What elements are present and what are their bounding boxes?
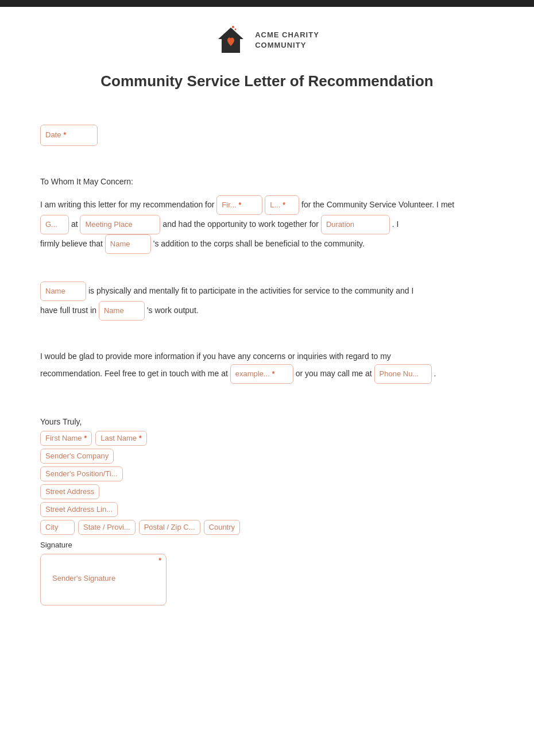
signature-placeholder: Sender's Signature: [52, 574, 115, 583]
page-title: Community Service Letter of Recommendati…: [100, 72, 433, 90]
sender-name-row: First Name * Last Name *: [40, 431, 494, 446]
signature-required: *: [158, 557, 161, 565]
date-field[interactable]: Date *: [40, 125, 98, 146]
logo-icon: [215, 24, 247, 56]
page-content: ACME CHARITY COMMUNITY Community Service…: [0, 7, 534, 656]
sender-last-name-field[interactable]: Last Name *: [95, 431, 147, 446]
sender-city-field[interactable]: City: [40, 520, 75, 535]
para2-line1: Name is physically and mentally fit to p…: [40, 281, 494, 301]
svg-point-2: [235, 29, 237, 30]
para3-end: .: [434, 368, 436, 377]
para1-line3: firmly believe that Name 's addition to …: [40, 234, 494, 254]
para1-mid1: for the Community Service Volunteer. I m…: [301, 199, 454, 209]
top-bar: [0, 0, 534, 7]
sender-street-row: Street Address: [40, 484, 494, 499]
para1-line2: G... at Meeting Place and had the opport…: [40, 215, 494, 234]
svg-point-1: [232, 26, 234, 28]
header: ACME CHARITY COMMUNITY Community Service…: [40, 24, 494, 107]
sender-company-field[interactable]: Sender's Company: [40, 449, 114, 464]
para1-end: . I: [392, 219, 399, 228]
body-section-1: To Whom It May Concern: I am writing thi…: [40, 173, 494, 254]
sender-first-name-field[interactable]: First Name *: [40, 431, 92, 446]
para2-line2: have full trust in Name 's work output.: [40, 301, 494, 321]
sender-street2-row: Street Address Lin...: [40, 502, 494, 517]
para1-end3: 's addition to the corps shall be benefi…: [153, 238, 365, 248]
volunteer-last-name-field[interactable]: L... *: [265, 195, 299, 215]
sender-zip-field[interactable]: Postal / Zip C...: [139, 520, 200, 535]
para1: I am writing this letter for my recommen…: [40, 195, 494, 215]
para3-mid: recommendation. Feel free to get in touc…: [40, 368, 228, 377]
para1-end2: firmly believe that: [40, 238, 103, 248]
email-field[interactable]: example... *: [230, 364, 293, 384]
para2-end2: 's work output.: [147, 305, 199, 314]
para3-line1: I would be glad to provide more informat…: [40, 348, 494, 364]
logo-container: ACME CHARITY COMMUNITY: [215, 24, 319, 56]
sender-state-field[interactable]: State / Provi...: [78, 520, 136, 535]
para2-mid: is physically and mentally fit to partic…: [88, 286, 413, 295]
sender-street2-field[interactable]: Street Address Lin...: [40, 502, 118, 517]
sender-fields: First Name * Last Name * Sender's Compan…: [40, 431, 494, 535]
date-section: Date *: [40, 125, 494, 146]
sender-position-row: Sender's Position/Ti...: [40, 466, 494, 481]
closing-section: Yours Truly, First Name * Last Name * Se…: [40, 417, 494, 605]
phone-field[interactable]: Phone Nu...: [374, 364, 432, 384]
duration-field[interactable]: Duration: [321, 215, 390, 234]
sender-city-row: City State / Provi... Postal / Zip C... …: [40, 520, 494, 535]
meeting-place-field[interactable]: Meeting Place: [80, 215, 160, 234]
sender-street-field[interactable]: Street Address: [40, 484, 99, 499]
body-section-2: Name is physically and mentally fit to p…: [40, 281, 494, 321]
name-field-2[interactable]: Name: [40, 281, 86, 301]
para1-mid2: at: [71, 219, 78, 228]
volunteer-first-name-field[interactable]: Fir... *: [216, 195, 262, 215]
signature-label: Signature: [40, 541, 494, 549]
name-field-1[interactable]: Name: [105, 234, 151, 254]
greeting: To Whom It May Concern:: [40, 173, 494, 190]
para3-mid2: or you may call me at: [296, 368, 372, 377]
para3-line2: recommendation. Feel free to get in touc…: [40, 364, 494, 384]
sender-country-field[interactable]: Country: [204, 520, 241, 535]
para2-end: have full trust in: [40, 305, 96, 314]
para1-start: I am writing this letter for my recommen…: [40, 199, 214, 209]
para1-mid3: and had the opportunity to work together…: [162, 219, 319, 228]
body-section-3: I would be glad to provide more informat…: [40, 348, 494, 384]
signature-box[interactable]: * Sender's Signature: [40, 554, 167, 605]
sender-company-row: Sender's Company: [40, 449, 494, 464]
closing-text: Yours Truly,: [40, 417, 494, 426]
org-name: ACME CHARITY COMMUNITY: [255, 30, 319, 51]
group-field[interactable]: G...: [40, 215, 69, 234]
name-field-3[interactable]: Name: [99, 301, 145, 321]
sender-position-field[interactable]: Sender's Position/Ti...: [40, 466, 123, 481]
